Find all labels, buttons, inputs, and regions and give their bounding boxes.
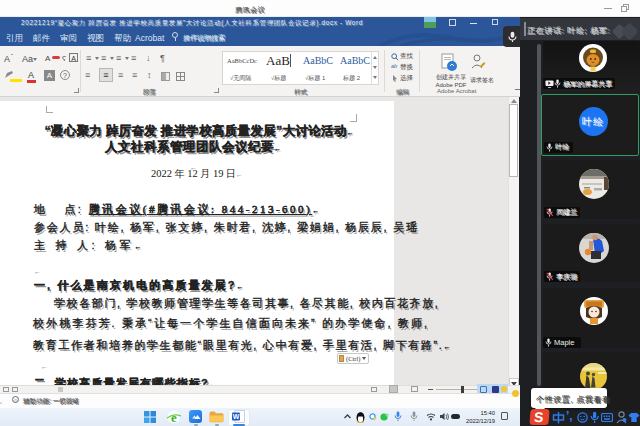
svg-text:e: e <box>171 410 177 425</box>
svg-text:W: W <box>233 413 240 420</box>
